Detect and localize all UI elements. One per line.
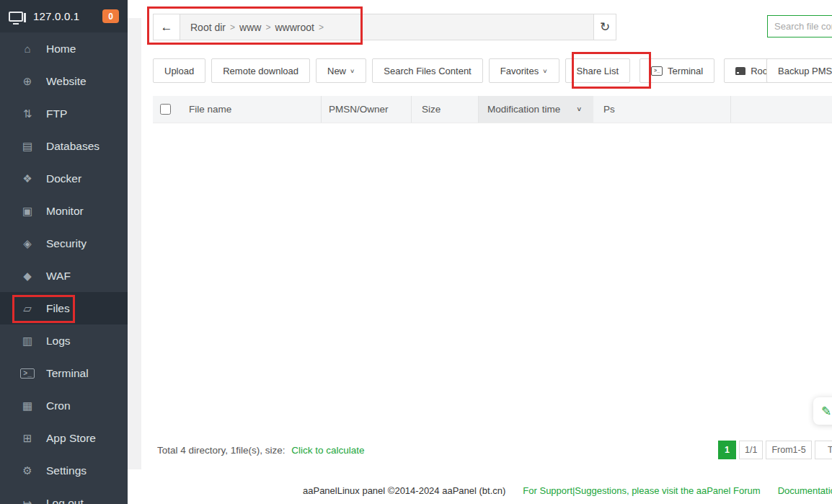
sidebar-item-home[interactable]: ⌂ Home bbox=[0, 32, 128, 65]
terminal-icon: >_ bbox=[20, 368, 35, 379]
sidebar-item-label: Home bbox=[46, 43, 76, 56]
sidebar-item-label: WAF bbox=[46, 270, 71, 283]
breadcrumb-separator: > bbox=[319, 22, 324, 32]
click-to-calculate-link[interactable]: Click to calculate bbox=[291, 445, 364, 456]
security-icon: ◈ bbox=[20, 237, 35, 250]
breadcrumb-separator: > bbox=[265, 22, 270, 32]
owner-header: PMSN/Owner bbox=[321, 96, 411, 123]
databases-icon: ▤ bbox=[20, 140, 35, 153]
server-icon bbox=[9, 12, 23, 22]
sidebar-item-label: Website bbox=[46, 75, 87, 88]
sidebar-item-cron[interactable]: ▦ Cron bbox=[0, 389, 128, 422]
documentation-link[interactable]: Documentation bbox=[778, 485, 832, 496]
sidebar-item-label: Files bbox=[46, 302, 70, 315]
sidebar-item-label: Docker bbox=[46, 172, 81, 185]
breadcrumb-root-dir[interactable]: Root dir bbox=[190, 22, 226, 33]
settings-icon: ⚙ bbox=[20, 464, 35, 477]
directory-summary: Total 4 directory, 1file(s), size: bbox=[157, 445, 286, 456]
search-input[interactable] bbox=[767, 15, 832, 37]
breadcrumb-www[interactable]: www bbox=[239, 22, 261, 33]
range-indicator: From1-5 bbox=[766, 441, 811, 459]
terminal-button[interactable]: >_ Terminal bbox=[640, 58, 714, 83]
chevron-down-icon: ∨ bbox=[542, 68, 547, 74]
sidebar-item-label: Logs bbox=[46, 335, 71, 348]
page-1-button[interactable]: 1 bbox=[718, 441, 736, 459]
sidebar-item-label: Databases bbox=[46, 140, 99, 153]
sidebar-item-logs[interactable]: ▥ Logs bbox=[0, 324, 128, 357]
sidebar: 127.0.0.1 0 ⌂ Home ⊕ Website ⇅ FTP ▤ Dat… bbox=[0, 0, 128, 504]
app-store-icon: ⊞ bbox=[20, 432, 35, 445]
copyright-text: aaPanelLinux panel ©2014-2024 aaPanel (b… bbox=[303, 485, 505, 496]
sidebar-item-databases[interactable]: ▤ Databases bbox=[0, 130, 128, 162]
upload-button[interactable]: Upload bbox=[153, 58, 205, 83]
sidebar-item-app-store[interactable]: ⊞ App Store bbox=[0, 422, 128, 454]
website-icon: ⊕ bbox=[20, 75, 35, 88]
sidebar-item-security[interactable]: ◈ Security bbox=[0, 227, 128, 260]
forum-link[interactable]: For Support|Suggestions, please visit th… bbox=[523, 485, 760, 496]
sidebar-item-label: Cron bbox=[46, 399, 71, 412]
search-files-content-button[interactable]: Search Files Content bbox=[372, 58, 482, 83]
docker-icon: ❖ bbox=[20, 172, 35, 185]
sidebar-item-terminal[interactable]: >_ Terminal bbox=[0, 357, 128, 389]
edit-pencil-icon: ✎ bbox=[821, 404, 831, 419]
waf-icon: ◆ bbox=[20, 270, 35, 283]
floating-edit-button[interactable]: ✎ bbox=[813, 397, 832, 425]
favorites-dropdown-button[interactable]: Favorites ∨ bbox=[489, 58, 559, 83]
sidebar-item-log-out[interactable]: ↦ Log out bbox=[0, 487, 128, 504]
breadcrumb-group: ← Root dir > www > wwwroot > ↻ bbox=[153, 14, 616, 40]
footer: aaPanelLinux panel ©2014-2024 aaPanel (b… bbox=[303, 485, 832, 496]
new-dropdown-button[interactable]: New ∨ bbox=[316, 58, 366, 83]
sidebar-nav: ⌂ Home ⊕ Website ⇅ FTP ▤ Databases ❖ Doc… bbox=[0, 32, 128, 504]
home-icon: ⌂ bbox=[20, 43, 35, 55]
back-button[interactable]: ← bbox=[154, 14, 180, 40]
select-all-checkbox[interactable] bbox=[160, 104, 171, 115]
sidebar-item-files[interactable]: ▱ Files bbox=[0, 292, 128, 324]
breadcrumb-separator: > bbox=[230, 22, 235, 32]
sidebar-item-settings[interactable]: ⚙ Settings bbox=[0, 454, 128, 487]
sidebar-item-label: FTP bbox=[46, 107, 67, 120]
cron-icon: ▦ bbox=[20, 399, 35, 412]
size-header: Size bbox=[411, 96, 478, 123]
sidebar-item-label: Settings bbox=[46, 464, 87, 477]
refresh-icon: ↻ bbox=[600, 19, 610, 35]
file-table-header: File name PMSN/Owner Size Modification t… bbox=[153, 96, 832, 123]
actions-header bbox=[730, 96, 832, 123]
sidebar-item-docker[interactable]: ❖ Docker bbox=[0, 162, 128, 195]
remote-download-button[interactable]: Remote download bbox=[211, 58, 310, 83]
page-indicator: 1/1 bbox=[739, 441, 763, 459]
breadcrumb: Root dir > www > wwwroot > bbox=[180, 14, 593, 40]
status-bar: Total 4 directory, 1file(s), size: Click… bbox=[157, 441, 365, 460]
files-icon: ▱ bbox=[20, 302, 35, 315]
server-header[interactable]: 127.0.0.1 0 bbox=[0, 0, 128, 32]
refresh-button[interactable]: ↻ bbox=[593, 14, 616, 40]
logout-icon: ↦ bbox=[20, 497, 35, 504]
sidebar-item-label: App Store bbox=[46, 432, 96, 445]
sidebar-item-label: Security bbox=[46, 237, 87, 250]
sidebar-item-ftp[interactable]: ⇅ FTP bbox=[0, 97, 128, 130]
sidebar-item-label: Log out bbox=[46, 497, 84, 504]
chevron-down-icon: ∨ bbox=[350, 68, 355, 74]
sidebar-item-website[interactable]: ⊕ Website bbox=[0, 65, 128, 97]
sidebar-item-label: Monitor bbox=[46, 205, 84, 218]
backup-button[interactable]: Backup PMSN bbox=[766, 58, 832, 83]
sidebar-item-waf[interactable]: ◆ WAF bbox=[0, 260, 128, 292]
server-ip: 127.0.0.1 bbox=[33, 10, 79, 22]
message-count-badge[interactable]: 0 bbox=[102, 9, 119, 23]
terminal-icon: >_ bbox=[651, 66, 663, 76]
breadcrumb-wwwroot[interactable]: wwwroot bbox=[275, 22, 314, 33]
chevron-down-icon: ∨ bbox=[576, 105, 582, 112]
sidebar-item-monitor[interactable]: ▣ Monitor bbox=[0, 195, 128, 227]
back-arrow-icon: ← bbox=[161, 20, 173, 35]
monitor-icon: ▣ bbox=[20, 205, 35, 218]
toolbar: Upload Remote download New ∨ Search File… bbox=[153, 58, 832, 83]
modification-time-header[interactable]: Modification time ∨ bbox=[478, 96, 593, 123]
hard-disk-icon bbox=[735, 67, 745, 75]
logs-icon: ▥ bbox=[20, 335, 35, 348]
total-indicator: To bbox=[815, 441, 832, 459]
share-list-button[interactable]: Share List bbox=[565, 58, 631, 83]
ps-header: Ps bbox=[593, 96, 730, 123]
page-gutter bbox=[128, 18, 141, 469]
file-name-header: File name bbox=[153, 96, 321, 123]
ftp-icon: ⇅ bbox=[20, 107, 35, 120]
sidebar-item-label: Terminal bbox=[46, 367, 89, 380]
